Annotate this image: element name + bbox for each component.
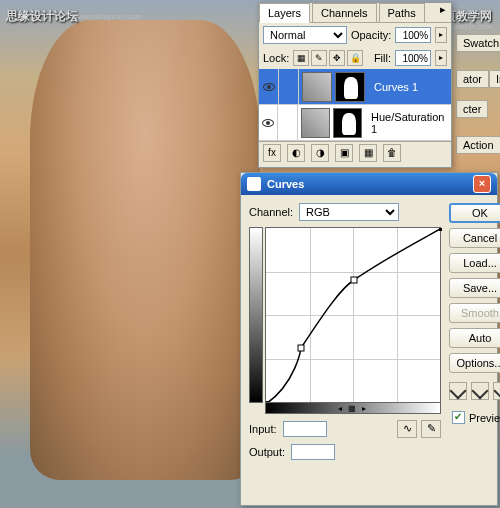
watermark-left-url: www.missyuan.com <box>72 12 142 21</box>
new-layer-icon[interactable]: ▦ <box>359 144 377 162</box>
lock-all-icon[interactable]: 🔒 <box>347 50 363 66</box>
layer-row-huesat[interactable]: Hue/Saturation 1 <box>259 105 451 141</box>
mask-icon[interactable]: ◐ <box>287 144 305 162</box>
lock-row: Lock: ▦ ✎ ✥ 🔒 Fill: ▸ <box>259 47 451 69</box>
svg-rect-1 <box>351 277 357 283</box>
input-value-field[interactable] <box>283 421 327 437</box>
adjustment-thumb-icon[interactable] <box>302 72 332 102</box>
cancel-button[interactable]: Cancel <box>449 228 500 248</box>
options-button[interactable]: Options... <box>449 353 500 373</box>
adjust-icon[interactable]: ◑ <box>311 144 329 162</box>
trash-icon[interactable]: 🗑 <box>383 144 401 162</box>
ok-button[interactable]: OK <box>449 203 500 223</box>
output-label: Output: <box>249 446 285 458</box>
layer-row-curves[interactable]: Curves 1 <box>259 69 451 105</box>
black-point-dropper-icon[interactable] <box>449 382 467 400</box>
auto-button[interactable]: Auto <box>449 328 500 348</box>
fill-label: Fill: <box>374 52 391 64</box>
blend-mode-select[interactable]: Normal <box>263 26 347 44</box>
svg-rect-3 <box>439 228 442 231</box>
layer-list: Curves 1 Hue/Saturation 1 <box>259 69 451 141</box>
save-button[interactable]: Save... <box>449 278 500 298</box>
curves-dialog: Curves × Channel: RGB <box>240 172 498 506</box>
layer-name: Curves 1 <box>374 81 418 93</box>
folder-icon[interactable]: ▣ <box>335 144 353 162</box>
gray-point-dropper-icon[interactable] <box>471 382 489 400</box>
layers-tabs: Layers Channels Paths ▸ <box>259 3 451 23</box>
lock-label: Lock: <box>263 52 289 64</box>
fill-input[interactable] <box>395 50 431 66</box>
layer-name: Hue/Saturation 1 <box>371 111 451 135</box>
fill-flyout-icon[interactable]: ▸ <box>435 50 447 66</box>
link-col[interactable] <box>278 105 297 141</box>
preview-label: Preview <box>469 412 500 424</box>
side-tab-group-3: cter <box>456 100 488 120</box>
curve-pencil-tool-icon[interactable]: ✎ <box>421 420 441 438</box>
visibility-eye-icon[interactable] <box>263 83 275 91</box>
curves-graph[interactable] <box>265 227 441 403</box>
channel-select[interactable]: RGB <box>299 203 399 221</box>
output-value-field[interactable] <box>291 444 335 460</box>
panel-menu-icon[interactable]: ▸ <box>435 3 451 22</box>
side-tab-info[interactable]: Info <box>489 70 500 88</box>
white-point-dropper-icon[interactable] <box>493 382 500 400</box>
close-icon[interactable]: × <box>473 175 491 193</box>
curves-title-icon <box>247 177 261 191</box>
opacity-flyout-icon[interactable]: ▸ <box>435 27 447 43</box>
layers-panel: Layers Channels Paths ▸ Normal Opacity: … <box>258 2 452 168</box>
curves-title: Curves <box>267 178 304 190</box>
input-label: Input: <box>249 423 277 435</box>
opacity-input[interactable] <box>395 27 431 43</box>
tab-channels[interactable]: Channels <box>312 3 376 22</box>
tab-paths[interactable]: Paths <box>379 3 425 22</box>
statue-image <box>30 20 260 480</box>
side-tab-swatches[interactable]: Swatch <box>456 34 500 52</box>
curve-point-tool-icon[interactable]: ∿ <box>397 420 417 438</box>
curves-titlebar[interactable]: Curves × <box>241 173 497 195</box>
watermark-left: 思缘设计论坛 <box>6 8 78 25</box>
svg-rect-0 <box>298 345 304 351</box>
curve-line <box>266 228 442 404</box>
input-gradient: ◂ ▦ ▸ <box>265 402 441 414</box>
gradient-handles-icon[interactable]: ◂ ▦ ▸ <box>338 404 368 413</box>
lock-pixels-icon[interactable]: ✎ <box>311 50 327 66</box>
lock-transparency-icon[interactable]: ▦ <box>293 50 309 66</box>
side-tab-character[interactable]: cter <box>456 100 488 118</box>
layer-footer: fx ◐ ◑ ▣ ▦ 🗑 <box>259 141 451 163</box>
side-tab-actions[interactable]: Action <box>456 136 500 154</box>
lock-position-icon[interactable]: ✥ <box>329 50 345 66</box>
side-tab-group-2: ator Info <box>456 70 500 90</box>
side-tab-group-1: Swatch <box>456 34 500 54</box>
preview-checkbox[interactable]: ✔ <box>452 411 465 424</box>
smooth-button: Smooth <box>449 303 500 323</box>
blend-row: Normal Opacity: ▸ <box>259 23 451 47</box>
channel-label: Channel: <box>249 206 293 218</box>
adjustment-thumb-icon[interactable] <box>301 108 330 138</box>
link-col[interactable] <box>279 69 299 105</box>
tab-layers[interactable]: Layers <box>259 3 310 23</box>
layer-mask-thumb-icon[interactable] <box>335 72 365 102</box>
fx-icon[interactable]: fx <box>263 144 281 162</box>
side-tab-navigator[interactable]: ator <box>456 70 489 88</box>
side-tab-group-4: Action <box>456 136 500 156</box>
layer-mask-thumb-icon[interactable] <box>333 108 362 138</box>
visibility-eye-icon[interactable] <box>262 119 274 127</box>
output-gradient <box>249 227 263 403</box>
load-button[interactable]: Load... <box>449 253 500 273</box>
opacity-label: Opacity: <box>351 29 391 41</box>
